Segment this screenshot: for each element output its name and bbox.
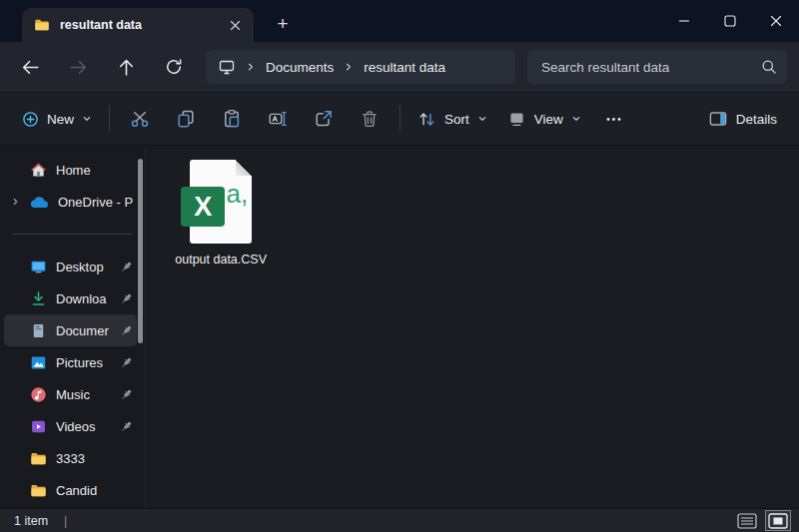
paste-button[interactable] — [209, 100, 255, 138]
sidebar-item-desktop[interactable]: Desktop — [4, 251, 137, 282]
minimize-icon[interactable] — [661, 0, 707, 42]
status-divider: | — [64, 514, 67, 528]
tab-close-icon[interactable] — [224, 14, 246, 36]
this-pc-icon[interactable] — [218, 58, 236, 76]
csv-file-icon: a, X — [190, 160, 252, 244]
pin-icon — [120, 324, 133, 337]
sidebar-item-3333[interactable]: 3333 — [4, 442, 137, 474]
rename-button[interactable] — [255, 100, 301, 138]
documents-icon — [30, 322, 47, 339]
status-bar: 1 item | — [0, 508, 799, 532]
chevron-right-icon[interactable] — [11, 198, 20, 207]
new-tab-button[interactable]: + — [268, 9, 298, 39]
sidebar-item-candid[interactable]: Candid — [4, 474, 137, 506]
copy-button[interactable] — [163, 100, 209, 138]
refresh-icon[interactable] — [156, 50, 192, 84]
excel-x-badge: X — [181, 187, 225, 227]
onedrive-icon — [30, 196, 49, 209]
tab-title: resultant data — [60, 18, 214, 32]
sidebar-item-home[interactable]: Home — [4, 154, 137, 186]
sidebar-item-label: Pictures — [56, 355, 111, 370]
toolbar-divider — [400, 106, 400, 132]
details-button[interactable]: Details — [698, 100, 787, 138]
sidebar-item-label: Desktop — [56, 260, 111, 274]
desktop-icon — [30, 259, 47, 275]
explorer-tab[interactable]: resultant data — [22, 8, 254, 42]
window-controls — [661, 0, 799, 42]
sort-button-label: Sort — [444, 112, 469, 127]
folder-icon — [34, 17, 50, 33]
view-toggle-group — [734, 510, 791, 531]
list-view-icon[interactable] — [734, 510, 760, 531]
sidebar-item-label: Home — [56, 163, 133, 178]
chevron-down-icon — [477, 114, 487, 124]
new-button-label: New — [47, 112, 74, 127]
view-icon — [507, 110, 526, 129]
sidebar-item-label: 3333 — [56, 451, 133, 466]
maximize-icon[interactable] — [707, 0, 753, 42]
up-icon[interactable] — [108, 50, 144, 84]
folder-icon — [30, 482, 47, 499]
sort-icon — [417, 110, 436, 129]
search-input[interactable] — [539, 59, 753, 76]
sidebar-item-documents[interactable]: Documer — [4, 314, 137, 346]
file-explorer-window: resultant data + — [0, 0, 799, 532]
chevron-down-icon — [571, 114, 581, 124]
sidebar-item-pictures[interactable]: Pictures — [4, 346, 137, 378]
pin-icon — [120, 356, 133, 369]
sort-button[interactable]: Sort — [407, 100, 497, 138]
sidebar-item-videos[interactable]: Videos — [4, 410, 137, 442]
more-icon[interactable] — [591, 100, 637, 138]
view-button-label: View — [534, 112, 563, 127]
chevron-right-icon — [246, 62, 256, 72]
sidebar: Home OneDrive - P — [0, 146, 146, 508]
sidebar-item-label: Music — [56, 387, 111, 402]
pictures-icon — [30, 354, 47, 371]
file-list-area[interactable]: a, X output data.CSV — [146, 146, 799, 508]
folder-icon — [30, 450, 47, 467]
sidebar-item-downloads[interactable]: Downloa — [4, 282, 137, 314]
chevron-right-icon — [344, 62, 354, 72]
sidebar-item-label: Downloa — [56, 291, 111, 306]
toolbar-divider — [109, 106, 110, 132]
sidebar-item-onedrive[interactable]: OneDrive - P — [4, 186, 137, 218]
cut-button[interactable] — [117, 100, 163, 138]
music-icon — [30, 386, 47, 403]
breadcrumb-documents[interactable]: Documents — [266, 60, 334, 75]
sidebar-item-label: OneDrive - P — [58, 195, 133, 210]
sidebar-scrollbar[interactable] — [138, 159, 143, 343]
delete-button[interactable] — [347, 100, 393, 138]
csv-dogear-shape — [236, 160, 252, 176]
videos-icon — [30, 418, 47, 435]
sidebar-item-label: Videos — [56, 419, 111, 434]
sidebar-item-label: Documer — [56, 323, 111, 338]
file-name-label: output data.CSV — [175, 253, 267, 266]
home-icon — [30, 162, 47, 179]
share-button[interactable] — [301, 100, 347, 138]
sidebar-item-label: Candid — [56, 483, 133, 498]
window-close-icon[interactable] — [753, 0, 799, 42]
breadcrumb-resultant-data[interactable]: resultant data — [364, 60, 445, 75]
content-area: Home OneDrive - P — [0, 146, 799, 508]
forward-icon[interactable] — [60, 50, 96, 84]
details-icon — [708, 109, 728, 129]
pin-icon — [120, 261, 133, 273]
command-bar: New — [0, 92, 799, 146]
details-button-label: Details — [736, 112, 777, 127]
back-icon[interactable] — [12, 50, 48, 84]
sidebar-item-music[interactable]: Music — [4, 378, 137, 410]
view-button[interactable]: View — [497, 100, 591, 138]
sidebar-divider — [12, 234, 133, 235]
titlebar: resultant data + — [0, 0, 799, 42]
downloads-icon — [30, 290, 47, 307]
file-item-output-data-csv[interactable]: a, X output data.CSV — [169, 160, 273, 266]
pin-icon — [120, 292, 133, 305]
search-icon[interactable] — [761, 59, 777, 75]
pin-icon — [120, 420, 133, 433]
new-plus-icon — [22, 111, 39, 128]
chevron-down-icon — [82, 114, 92, 124]
new-button[interactable]: New — [12, 100, 102, 138]
large-icons-view-icon[interactable] — [765, 510, 791, 531]
breadcrumb: Documents resultant data — [206, 50, 515, 84]
navigation-bar: Documents resultant data — [0, 42, 799, 92]
